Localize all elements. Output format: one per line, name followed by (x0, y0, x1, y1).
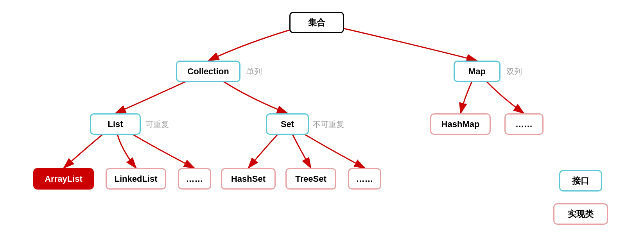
node-arraylist: ArrayList (33, 168, 94, 190)
legend-impl: 实现类 (553, 203, 608, 225)
annotation-chongfu: 可重复 (145, 119, 169, 130)
legend-interface: 接口 (559, 170, 602, 192)
node-set-more: …… (348, 168, 381, 190)
node-treeset: TreeSet (285, 168, 336, 190)
node-hashmap: HashMap (430, 113, 491, 135)
diagram-container: 集合 Collection Map List Set HashMap …… Ar… (0, 0, 644, 247)
annotation-danlie: 单列 (246, 66, 262, 77)
annotation-shuanlie: 双列 (506, 66, 522, 77)
node-collection: Collection (176, 61, 240, 82)
node-set: Set (266, 113, 309, 135)
node-hashset: HashSet (221, 168, 276, 190)
node-root: 集合 (289, 12, 344, 33)
node-map-more: …… (504, 113, 544, 135)
node-list: List (90, 113, 141, 135)
node-map: Map (454, 61, 500, 82)
node-list-more: …… (178, 168, 211, 190)
node-linkedlist: LinkedList (106, 168, 166, 190)
annotation-buchongfu: 不可重复 (313, 119, 344, 130)
